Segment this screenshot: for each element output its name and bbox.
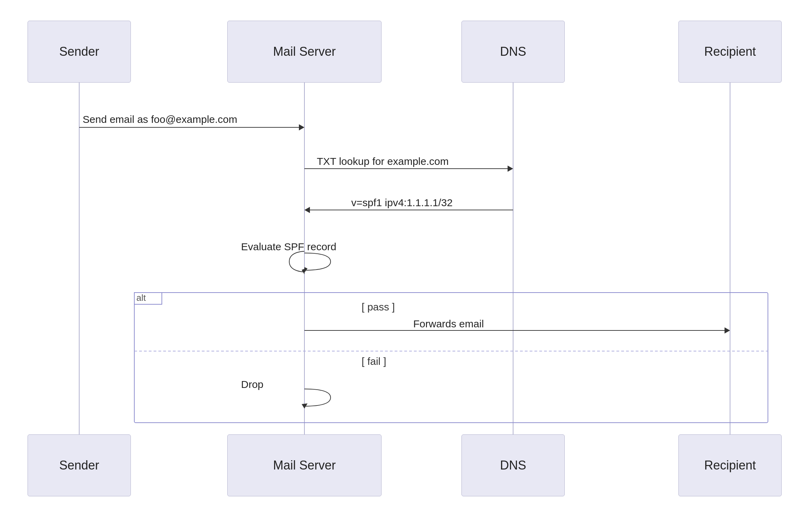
actor-dns-top-label: DNS <box>500 44 526 59</box>
actor-dns-bottom: DNS <box>461 434 565 496</box>
actor-mailserver-top-label: Mail Server <box>273 44 336 59</box>
svg-marker-20 <box>302 403 308 409</box>
svg-marker-11 <box>304 267 308 273</box>
actor-recipient-top: Recipient <box>678 21 782 83</box>
svg-text:alt: alt <box>136 293 146 303</box>
actor-sender-top-label: Sender <box>59 44 99 59</box>
actor-sender-bottom: Sender <box>28 434 131 496</box>
svg-marker-10 <box>302 269 304 274</box>
actor-mailserver-bottom-label: Mail Server <box>273 458 336 473</box>
sequence-diagram: alt [ pass ] [ fail ] Sender Mail Server… <box>0 0 812 517</box>
msg2-label: TXT lookup for example.com <box>317 156 449 167</box>
actor-sender-bottom-label: Sender <box>59 458 99 473</box>
msg4-label: Evaluate SPF record <box>241 241 336 253</box>
actor-sender-top: Sender <box>28 21 131 83</box>
svg-marker-7 <box>508 166 513 172</box>
msg1-label: Send email as foo@example.com <box>83 114 237 125</box>
msg8-label: Drop <box>241 379 263 390</box>
actor-mailserver-top: Mail Server <box>227 21 382 83</box>
actor-recipient-bottom-label: Recipient <box>704 458 756 473</box>
msg6-label: Forwards email <box>413 318 484 330</box>
svg-marker-5 <box>299 124 304 130</box>
actor-recipient-bottom: Recipient <box>678 434 782 496</box>
svg-text:[ fail ]: [ fail ] <box>362 356 386 367</box>
actor-mailserver-bottom: Mail Server <box>227 434 382 496</box>
msg3-label: v=spf1 ipv4:1.1.1.1/32 <box>351 197 452 209</box>
svg-marker-9 <box>304 207 310 213</box>
actor-recipient-top-label: Recipient <box>704 44 756 59</box>
svg-text:[ pass ]: [ pass ] <box>362 301 395 313</box>
svg-rect-13 <box>134 293 162 304</box>
actor-dns-bottom-label: DNS <box>500 458 526 473</box>
actor-dns-top: DNS <box>461 21 565 83</box>
svg-marker-17 <box>725 327 730 334</box>
svg-rect-12 <box>134 293 768 423</box>
